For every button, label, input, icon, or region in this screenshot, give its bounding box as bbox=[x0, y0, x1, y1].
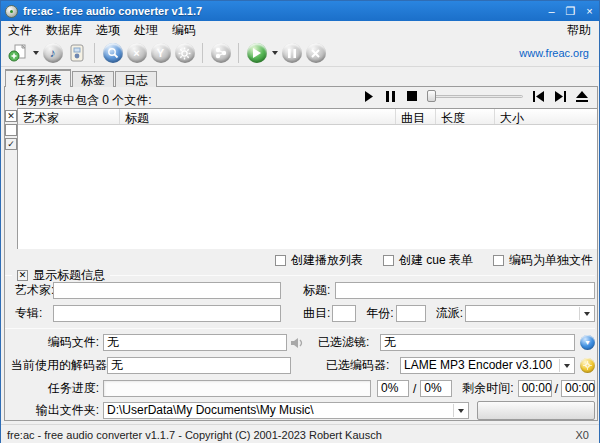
toolbar-separator bbox=[94, 43, 95, 63]
genre-label: 流派: bbox=[436, 305, 463, 322]
seek-slider-thumb[interactable] bbox=[427, 90, 436, 102]
select-toggle-checkbox[interactable]: ✕ bbox=[5, 110, 17, 122]
album-label: 专辑: bbox=[15, 305, 51, 322]
tools-icon: × bbox=[127, 43, 147, 63]
pause-encoding-button[interactable] bbox=[281, 43, 302, 64]
speaker-icon[interactable] bbox=[291, 337, 304, 349]
browse-folder-button[interactable] bbox=[477, 401, 595, 420]
search-icon bbox=[103, 43, 123, 63]
pause-button[interactable] bbox=[383, 89, 397, 103]
title-info-row-2: 专辑: 曲目: 年份: 流派: bbox=[1, 305, 600, 322]
start-encoding-dropdown-caret-icon[interactable] bbox=[272, 51, 278, 55]
filter-icon: Y bbox=[151, 43, 171, 63]
next-button[interactable] bbox=[553, 89, 567, 103]
menu-encode[interactable]: 编码 bbox=[165, 21, 203, 40]
divider bbox=[110, 275, 595, 276]
menu-database[interactable]: 数据库 bbox=[39, 21, 89, 40]
seek-slider[interactable] bbox=[427, 89, 523, 103]
output-folder-combo[interactable]: D:\UserData\My Documents\My Music\ bbox=[103, 402, 469, 419]
encoder-dropdown-button[interactable] bbox=[559, 359, 572, 372]
column-header-title[interactable]: 标题 bbox=[120, 109, 396, 124]
artist-field[interactable] bbox=[53, 282, 281, 299]
toolbar: ♪ × Y bbox=[1, 40, 599, 67]
start-encoding-button[interactable] bbox=[246, 43, 267, 64]
encoder-settings-button[interactable] bbox=[174, 43, 195, 64]
task-progress-bar bbox=[103, 380, 371, 397]
freac-website-link[interactable]: www.freac.org bbox=[519, 47, 593, 59]
track-label: 曲目: bbox=[303, 305, 330, 322]
selected-filter-label: 已选滤镜: bbox=[318, 334, 376, 351]
stop-button[interactable] bbox=[405, 89, 419, 103]
audio-cd-button[interactable]: ♪ bbox=[42, 43, 63, 64]
joblist-table: 艺术家 标题 曲目 长度 大小 bbox=[17, 108, 598, 249]
menu-file[interactable]: 文件 bbox=[1, 21, 39, 40]
down-arrow-icon: ▼ bbox=[584, 335, 591, 350]
output-folder-row: 输出文件夹: D:\UserData\My Documents\My Music… bbox=[1, 401, 600, 420]
pause-icon bbox=[282, 43, 302, 63]
decoder-label: 当前使用的解码器: bbox=[11, 357, 121, 374]
share-button[interactable] bbox=[210, 43, 231, 64]
title-bar: fre:ac - free audio converter v1.1.7 – ❐… bbox=[1, 1, 599, 21]
create-cue-checkbox[interactable] bbox=[383, 255, 394, 266]
column-header-length[interactable]: 长度 bbox=[436, 109, 495, 124]
encoder-value: LAME MP3 Encoder v3.100 bbox=[404, 358, 559, 373]
tab-joblist[interactable]: 任务列表 bbox=[5, 69, 71, 87]
encoding-row-1: 编码文件: 无 已选滤镜: 无 ▼ bbox=[1, 334, 600, 351]
maximize-button[interactable]: ❐ bbox=[561, 1, 580, 21]
tag-file-button[interactable] bbox=[66, 43, 87, 64]
tag-file-icon bbox=[70, 44, 84, 62]
general-settings-button[interactable]: × bbox=[126, 43, 147, 64]
encoding-file-label: 编码文件: bbox=[7, 334, 99, 351]
encoder-combo[interactable]: LAME MP3 Encoder v3.100 bbox=[400, 357, 575, 374]
column-header-size[interactable]: 大小 bbox=[495, 109, 597, 124]
status-bar: fre:ac - free audio converter v1.1.7 - C… bbox=[1, 424, 599, 443]
decoder-value: 无 bbox=[107, 357, 291, 374]
eject-button[interactable] bbox=[575, 89, 589, 103]
joblist-header: 艺术家 标题 曲目 长度 大小 bbox=[18, 109, 597, 125]
stop-x-icon bbox=[306, 43, 326, 63]
output-folder-dropdown-button[interactable] bbox=[453, 404, 466, 417]
column-header-track[interactable]: 曲目 bbox=[396, 109, 436, 124]
play-button[interactable] bbox=[361, 89, 375, 103]
tab-log[interactable]: 日志 bbox=[115, 71, 157, 87]
column-header-artist[interactable]: 艺术家 bbox=[18, 109, 120, 124]
cddb-search-button[interactable] bbox=[102, 43, 123, 64]
year-field[interactable] bbox=[396, 305, 426, 322]
gear-icon bbox=[583, 361, 592, 370]
create-playlist-checkbox[interactable] bbox=[275, 255, 286, 266]
chevron-down-icon bbox=[564, 364, 570, 368]
minimize-button[interactable]: – bbox=[542, 1, 561, 21]
output-folder-value: D:\UserData\My Documents\My Music\ bbox=[107, 403, 453, 418]
progress-current-value: 0% bbox=[377, 380, 409, 397]
menu-process[interactable]: 处理 bbox=[127, 21, 165, 40]
filter-info-button[interactable]: ▼ bbox=[580, 335, 595, 350]
select-none-checkbox[interactable] bbox=[5, 124, 17, 136]
menu-help[interactable]: 帮助 bbox=[559, 21, 599, 40]
collapse-button[interactable]: ✕ bbox=[17, 270, 28, 281]
encoder-config-button[interactable] bbox=[580, 358, 595, 373]
stop-encoding-button[interactable] bbox=[305, 43, 326, 64]
stop-icon bbox=[407, 91, 417, 101]
window-title: fre:ac - free audio converter v1.1.7 bbox=[23, 5, 542, 17]
menu-options[interactable]: 选项 bbox=[89, 21, 127, 40]
joblist-body[interactable] bbox=[18, 125, 597, 249]
add-file-icon bbox=[8, 43, 28, 63]
close-button[interactable]: × bbox=[580, 1, 599, 21]
progress-row: 任务进度: 0% / 0% 剩余时间: 00:00 / 00:00 bbox=[1, 380, 600, 397]
add-file-button[interactable] bbox=[7, 43, 28, 64]
share-icon bbox=[211, 43, 231, 63]
selected-encoder-label: 已选编码器: bbox=[326, 357, 396, 374]
encoding-row-2: 当前使用的解码器: 无 已选编码器: LAME MP3 Encoder v3.1… bbox=[1, 357, 600, 374]
genre-dropdown-button[interactable] bbox=[579, 307, 592, 320]
select-all-checkbox[interactable]: ✓ bbox=[5, 138, 17, 150]
previous-button[interactable] bbox=[531, 89, 545, 103]
album-field[interactable] bbox=[53, 305, 281, 322]
track-field[interactable] bbox=[332, 305, 356, 322]
title-info-row-1: 艺术家: 标题: bbox=[1, 282, 600, 299]
genre-combo[interactable] bbox=[465, 305, 595, 322]
tab-tags[interactable]: 标签 bbox=[72, 71, 114, 87]
title-field[interactable] bbox=[335, 282, 595, 299]
single-file-checkbox[interactable] bbox=[493, 255, 504, 266]
add-file-dropdown-caret-icon[interactable] bbox=[33, 51, 39, 55]
filter-settings-button[interactable]: Y bbox=[150, 43, 171, 64]
